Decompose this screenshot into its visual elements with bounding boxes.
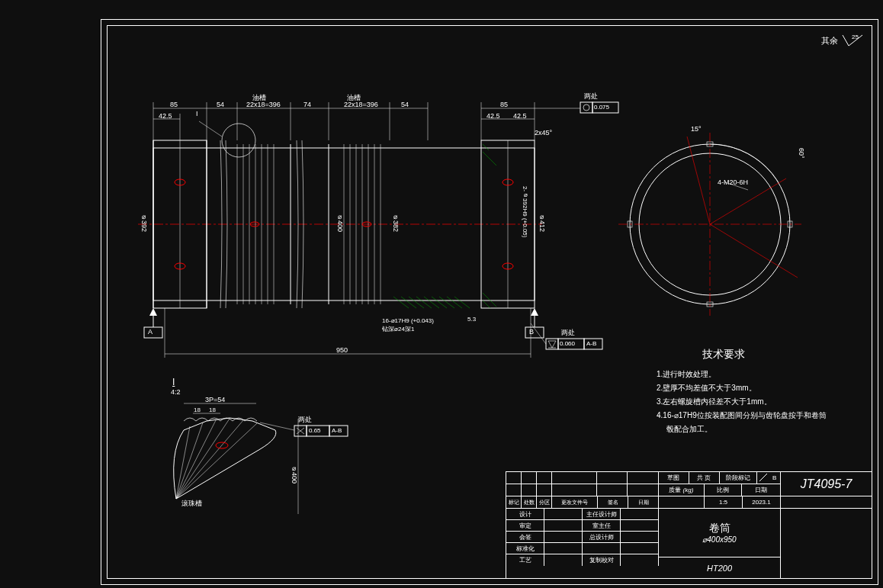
tb-rel: 共 页 — [689, 472, 720, 484]
end-view — [618, 133, 801, 316]
tb-mass-unit: (kg) — [683, 487, 694, 493]
dia-412: ⌀412 — [538, 213, 546, 232]
angle-15: 15° — [691, 125, 702, 133]
datum-a: A — [148, 328, 153, 336]
tol-lower-val: 0.060 — [560, 340, 575, 347]
dim-950: 950 — [336, 346, 348, 354]
tol-upper-val: 0.075 — [594, 104, 609, 111]
datum-b: B — [529, 328, 534, 336]
dim-54-left: 54 — [217, 101, 224, 108]
svg-line-33 — [483, 152, 496, 165]
dim-42.5-l: 42.5 — [159, 112, 172, 120]
svg-line-37 — [401, 297, 416, 308]
tb-proc: 工艺 — [506, 554, 544, 566]
dim-chamfer: 2x45° — [535, 129, 552, 137]
svg-line-84 — [710, 224, 798, 278]
tb-h-date: 日期 — [628, 496, 659, 508]
tb-gen: 总设计师 — [583, 532, 621, 542]
svg-line-38 — [409, 297, 424, 308]
tb-h-num: 处数 — [522, 496, 537, 508]
projection-icon — [759, 473, 768, 482]
detail-tol-label: 两处 — [298, 415, 312, 425]
tb-verif2: 复制校对 — [583, 554, 621, 566]
tb-sheet: B — [769, 472, 780, 484]
tech-req-3: 3.左右螺旋槽内径差不大于1mm。 — [657, 397, 772, 407]
tech-req-4: 4.16-⌀17H9位按装配图间分别与齿轮盘按手和卷筒 — [657, 410, 827, 421]
tb-trace: 草图 — [659, 472, 689, 484]
part-size: ⌀400x950 — [702, 535, 736, 544]
tb-h-zone: 分区 — [537, 496, 552, 508]
svg-line-46 — [199, 121, 222, 137]
tb-h-sign: 签名 — [598, 496, 628, 508]
svg-line-42 — [439, 297, 454, 308]
angle-60: 60° — [798, 148, 805, 159]
cad-canvas: 其余 25 — [0, 0, 883, 588]
tb-scale-h: 比例 — [705, 484, 743, 496]
svg-line-44 — [454, 297, 470, 308]
dia-392: ⌀392 — [140, 213, 148, 232]
svg-rect-48 — [144, 327, 162, 338]
detail-tol-ref: A-B — [332, 427, 342, 434]
dim-42.5-r1: 42.5 — [486, 112, 500, 120]
dim-74: 74 — [303, 101, 311, 108]
svg-line-39 — [416, 297, 432, 308]
dim-54-right: 54 — [401, 101, 409, 108]
svg-line-82 — [687, 137, 710, 224]
dim-85-right: 85 — [500, 101, 508, 108]
detail-groove: 滚珠槽 — [181, 499, 202, 509]
dia-392h9: 2-⌀392H9 (+0.05) — [522, 186, 528, 237]
tb-stage: 阶段标记 — [720, 472, 758, 484]
tech-req-1: 1.进行时效处理。 — [657, 369, 716, 380]
tol-lower-ref: A-B — [586, 340, 596, 347]
detail-view — [174, 403, 348, 514]
r53: 5.3 — [467, 316, 476, 323]
dim-42.5-r2: 42.5 — [513, 112, 527, 120]
tb-mass: 质量 — [669, 486, 681, 494]
tech-req-2: 2.壁厚不均差值不大于3mm。 — [657, 383, 756, 394]
svg-line-104 — [759, 474, 767, 481]
tb-scale: 1:5 — [705, 496, 743, 508]
tb-h-mark: 标记 — [506, 496, 522, 508]
tol-lower-label: 两处 — [561, 328, 575, 338]
svg-line-43 — [447, 297, 462, 308]
inner-frame: 其余 25 — [107, 25, 872, 579]
svg-rect-87 — [580, 102, 592, 113]
dim-85-left: 85 — [170, 101, 178, 108]
depth-note: 钻深⌀24深1 — [382, 325, 414, 333]
svg-line-36 — [393, 297, 409, 308]
dia-382: ⌀382 — [392, 213, 400, 232]
tb-lead: 主任设计师 — [583, 509, 621, 519]
svg-line-40 — [424, 297, 439, 308]
tb-date-h: 日期 — [742, 484, 780, 496]
thread-label-right: 油槽 — [347, 93, 361, 103]
tb-chief: 室主任 — [583, 520, 621, 531]
tol-upper-label: 两处 — [584, 92, 598, 101]
svg-line-41 — [432, 297, 447, 308]
detail-marker-i: I — [196, 110, 198, 117]
drawing-number: JT4095-7 — [801, 477, 852, 491]
detail-18-1: 18 — [194, 406, 201, 413]
tb-date: 2023.1 — [743, 496, 781, 508]
tb-design: 设计 — [506, 509, 544, 519]
title-block: 草图 共 页 阶段标记 B 质量 (kg) 比例 日期 — [506, 471, 872, 578]
tb-std: 标准化 — [506, 543, 544, 554]
detail-ratio: 4:2 — [171, 388, 181, 396]
detail-18-2: 18 — [209, 406, 216, 413]
detail-pitch: 3P=54 — [205, 396, 225, 403]
svg-line-34 — [483, 293, 496, 307]
tb-check: 审定 — [506, 520, 544, 531]
material: HT200 — [659, 557, 780, 579]
svg-line-32 — [483, 144, 489, 150]
tb-verify: 会签 — [506, 532, 544, 542]
detail-i-label: I — [172, 377, 175, 387]
svg-point-45 — [222, 124, 255, 157]
detail-dia: ⌀400 — [291, 464, 298, 484]
svg-line-35 — [483, 300, 490, 308]
tb-h-doc: 更改文件号 — [552, 496, 598, 508]
part-name: 卷筒 — [709, 522, 730, 535]
detail-tol-val: 0.65 — [309, 427, 321, 434]
thread-m20: 4-M20-6H — [718, 178, 748, 186]
dia-400: ⌀400 — [336, 213, 344, 232]
svg-point-88 — [583, 104, 589, 111]
thread-label-left: 油槽 — [252, 93, 266, 103]
